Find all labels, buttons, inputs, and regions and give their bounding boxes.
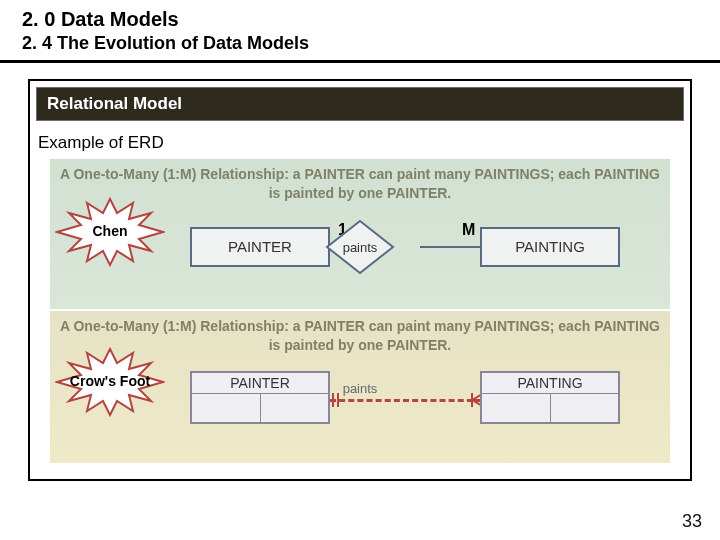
crowsfoot-entity-painting: PAINTING [480, 371, 620, 424]
crowsfoot-relationship-label: paints [343, 381, 378, 396]
crowsfoot-callout-burst: Crow's Foot [55, 347, 165, 417]
title-rule [0, 60, 720, 63]
page-title: 2. 0 Data Models [0, 0, 720, 33]
crowsfoot-callout-label: Crow's Foot [62, 374, 158, 389]
content-frame: Relational Model Example of ERD A One-to… [28, 79, 692, 481]
chen-entity-painter: PAINTER [190, 227, 330, 267]
crowsfoot-entity-painter-body [192, 394, 328, 422]
page-number: 33 [682, 511, 702, 532]
example-label: Example of ERD [30, 121, 690, 159]
chen-entity-painting: PAINTING [480, 227, 620, 267]
chen-relationship-label: paints [343, 239, 378, 254]
chen-callout-label: Chen [85, 224, 136, 239]
section-heading: Relational Model [36, 87, 684, 121]
erd-diagram-area: A One-to-Many (1:M) Relationship: a PAIN… [30, 159, 690, 479]
crowsfoot-relationship-line [330, 399, 482, 402]
chen-callout-burst: Chen [55, 197, 165, 267]
chen-cardinality-many: M [462, 221, 475, 239]
crowsfoot-entity-painter-label: PAINTER [192, 373, 328, 394]
chen-line-right [420, 246, 482, 248]
chen-relationship-diamond: paints [325, 219, 395, 275]
page-subtitle: 2. 4 The Evolution of Data Models [0, 33, 720, 60]
crowsfoot-entity-painter: PAINTER [190, 371, 330, 424]
crowsfoot-entity-painting-body [482, 394, 618, 422]
crowsfoot-entity-painting-label: PAINTING [482, 373, 618, 394]
